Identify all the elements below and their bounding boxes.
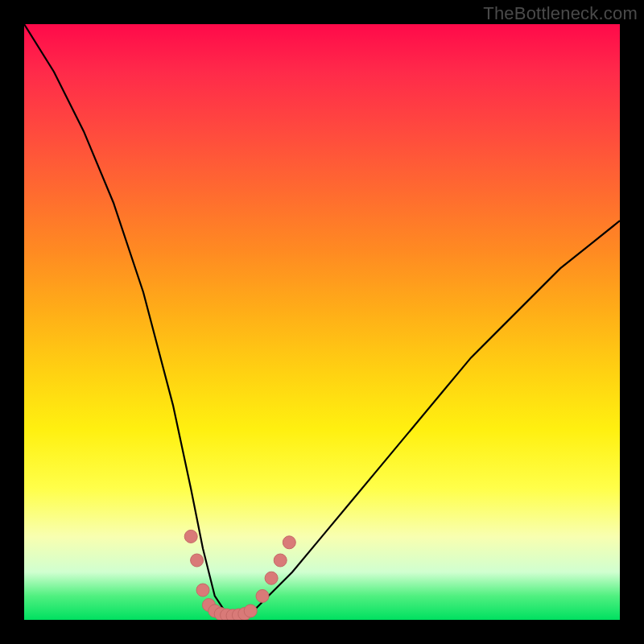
marker-point — [274, 554, 287, 567]
marker-point — [244, 605, 257, 617]
marker-point — [184, 530, 197, 543]
marker-point — [283, 536, 295, 549]
marker-point — [256, 589, 269, 602]
bottleneck-curve — [24, 24, 620, 620]
chart-frame: TheBottleneck.com — [0, 0, 644, 644]
chart-svg — [24, 24, 620, 620]
plot-area — [24, 24, 620, 620]
marker-point — [191, 554, 204, 567]
marker-point — [196, 584, 209, 597]
marker-point — [265, 572, 278, 584]
watermark-text: TheBottleneck.com — [483, 3, 638, 24]
